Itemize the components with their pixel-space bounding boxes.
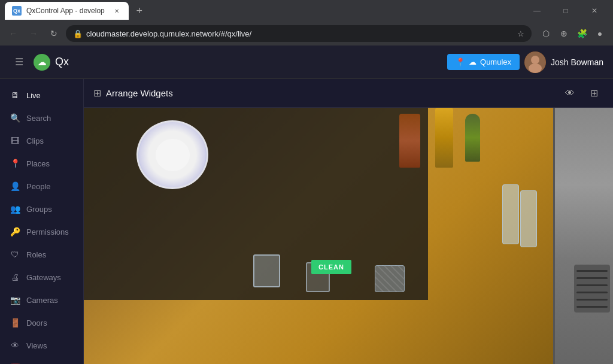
clips-icon: 🎞 — [10, 135, 20, 146]
browser-tab[interactable]: Qx QxControl App - develop ✕ — [5, 2, 129, 20]
vent-line — [576, 299, 608, 301]
avatar — [524, 51, 546, 73]
tab-favicon: Qx — [12, 6, 22, 16]
sidebar-label-permissions: Permissions — [26, 228, 69, 236]
minimize-button[interactable]: — — [523, 1, 551, 20]
bottle-2 — [435, 108, 453, 168]
vent-line — [576, 270, 608, 272]
user-name: Josh Bowman — [551, 57, 603, 67]
vent-line — [576, 284, 608, 286]
monitor-icon: 🖥 — [10, 90, 20, 101]
water-bottle-1 — [502, 184, 519, 244]
svg-point-1 — [531, 56, 539, 64]
eye-action-icon[interactable]: 👁 — [560, 84, 579, 103]
logo-text: Qx — [55, 56, 69, 68]
window-controls: — □ ✕ — [523, 1, 608, 20]
sidebar-item-search[interactable]: 🔍 Search — [0, 107, 83, 129]
sidebar-item-gateways[interactable]: 🖨 Gateways — [0, 266, 83, 289]
sidebar-label-views: Views — [26, 341, 47, 350]
sidebar-label-doors: Doors — [26, 318, 47, 327]
main-layout: 🖥 Live 🔍 Search 🎞 Clips 📍 Places — [0, 79, 613, 364]
vent-line — [576, 277, 608, 279]
location-button[interactable]: 📍 ☁ Qumulex — [447, 54, 520, 70]
content-title: ⊞ Arrange Widgets — [93, 87, 173, 99]
tab-close-button[interactable]: ✕ — [112, 6, 122, 16]
forward-button[interactable]: → — [25, 25, 42, 42]
logo-icon: ☁ — [34, 54, 50, 71]
maximize-button[interactable]: □ — [552, 1, 579, 20]
right-appliance — [553, 108, 613, 364]
cloud-icon: ☁ — [469, 57, 477, 66]
header-right: 📍 ☁ Qumulex Josh Bowman — [447, 51, 603, 73]
app-header: ☰ ☁ Qx 📍 ☁ Qumulex — [0, 46, 613, 79]
sidebar-label-clips: Clips — [26, 136, 44, 145]
cameras-icon: 📷 — [10, 295, 20, 305]
back-button[interactable]: ← — [5, 25, 22, 42]
sidebar-item-views[interactable]: 👁 Views — [0, 334, 83, 357]
glass-1 — [253, 254, 280, 287]
content-area: ⊞ Arrange Widgets 👁 ⊞ — [84, 79, 613, 364]
location-pin-icon: 📍 — [456, 57, 465, 66]
address-bar[interactable]: 🔒 cloudmaster.develop.qumulex.network/#/… — [66, 25, 532, 42]
plate-inner — [156, 139, 190, 172]
user-button[interactable]: Josh Bowman — [524, 51, 603, 73]
camera-container: CLEAN — [84, 108, 613, 364]
page-title: Arrange Widgets — [106, 88, 173, 98]
profile-icon[interactable]: ● — [591, 25, 608, 42]
camera-scene: CLEAN — [84, 108, 613, 364]
bottle-3 — [465, 114, 480, 162]
tab-title: QxControl App - develop — [26, 7, 105, 15]
location-label: Qumulex — [480, 57, 511, 66]
sidebar-label-search: Search — [26, 114, 51, 123]
app-content: ☰ ☁ Qx 📍 ☁ Qumulex — [0, 46, 613, 364]
water-bottles — [499, 184, 547, 256]
sidebar-item-places[interactable]: 📍 Places — [0, 152, 83, 175]
bottles-area — [387, 108, 507, 228]
plate-object — [136, 120, 208, 189]
app-logo: ☁ Qx — [34, 54, 69, 71]
decorative-item — [375, 265, 405, 292]
extension-icon-3[interactable]: 🧩 — [573, 25, 590, 42]
sidebar-label-people: People — [26, 182, 50, 191]
content-header: ⊞ Arrange Widgets 👁 ⊞ — [84, 79, 613, 108]
url-display: cloudmaster.develop.qumulex.network/#/qx… — [86, 29, 514, 38]
views-icon: 👁 — [10, 340, 20, 351]
extension-icon-1[interactable]: ⬡ — [538, 25, 554, 42]
address-icons: ☆ — [517, 29, 524, 38]
sidebar: 🖥 Live 🔍 Search 🎞 Clips 📍 Places — [0, 79, 84, 364]
refresh-button[interactable]: ↻ — [45, 25, 62, 42]
extensions: ⬡ ⊕ 🧩 ● — [538, 25, 608, 42]
browser-toolbar: ← → ↻ 🔒 cloudmaster.develop.qumulex.netw… — [0, 22, 613, 46]
bookmark-icon[interactable]: ☆ — [517, 29, 524, 38]
vent-line — [576, 306, 608, 308]
arrange-widgets-icon: ⊞ — [93, 87, 101, 99]
sidebar-label-gateways: Gateways — [26, 273, 61, 282]
sidebar-item-cameras[interactable]: 📷 Cameras — [0, 289, 83, 311]
sidebar-item-roles[interactable]: 🛡 Roles — [0, 243, 83, 266]
sidebar-item-permissions[interactable]: 🔑 Permissions — [0, 220, 83, 243]
svg-point-2 — [529, 63, 542, 73]
sidebar-label-live: Live — [26, 91, 41, 100]
extension-icon-2[interactable]: ⊕ — [556, 25, 572, 42]
bottle-1 — [399, 114, 420, 168]
browser-window: Qx QxControl App - develop ✕ + — □ ✕ ← →… — [0, 0, 613, 364]
sidebar-item-groups[interactable]: 👥 Groups — [0, 198, 83, 220]
doors-icon: 🚪 — [10, 317, 20, 328]
roles-icon: 🛡 — [10, 249, 20, 260]
hamburger-menu[interactable]: ☰ — [10, 53, 29, 72]
new-tab-button[interactable]: + — [131, 2, 148, 19]
sidebar-item-live[interactable]: 🖥 Live — [0, 84, 83, 107]
camera-feed: CLEAN — [84, 108, 613, 364]
permissions-icon: 🔑 — [10, 226, 20, 237]
close-button[interactable]: ✕ — [581, 1, 608, 20]
sidebar-item-people[interactable]: 👤 People — [0, 175, 83, 198]
sidebar-label-groups: Groups — [26, 205, 52, 214]
sidebar-item-clips[interactable]: 🎞 Clips — [0, 129, 83, 152]
people-icon: 👤 — [10, 181, 20, 192]
vent-line — [576, 292, 608, 293]
sidebar-item-schedules[interactable]: 📅 Schedules — [0, 357, 83, 364]
grid-action-icon[interactable]: ⊞ — [584, 84, 603, 103]
sidebar-item-doors[interactable]: 🚪 Doors — [0, 311, 83, 334]
app-wrapper: ☰ ☁ Qx 📍 ☁ Qumulex — [0, 46, 613, 364]
groups-icon: 👥 — [10, 204, 20, 214]
